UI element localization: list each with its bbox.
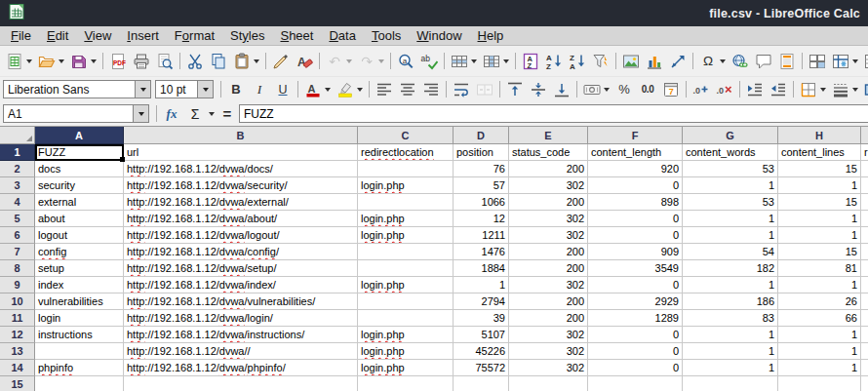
cell-A15[interactable] — [35, 376, 124, 391]
print-area-button[interactable] — [861, 50, 868, 73]
cell-I14[interactable] — [861, 360, 868, 376]
cell-D3[interactable]: 57 — [454, 177, 509, 194]
copy-button[interactable] — [207, 50, 230, 73]
cell-I5[interactable] — [861, 211, 868, 227]
cell-G2[interactable]: 53 — [683, 161, 778, 177]
cell-E14[interactable]: 302 — [509, 360, 588, 376]
cell-G8[interactable]: 182 — [683, 260, 778, 277]
cell-H7[interactable]: 15 — [778, 244, 861, 260]
cell-F14[interactable]: 0 — [588, 360, 683, 376]
row-header-9[interactable]: 9 — [0, 277, 35, 293]
column-header-E[interactable]: E — [509, 127, 588, 144]
menu-sheet[interactable]: Sheet — [272, 27, 321, 44]
split-window-button[interactable] — [806, 50, 829, 73]
cell-A7[interactable]: config — [35, 244, 124, 260]
cell-H2[interactable]: 15 — [778, 161, 861, 177]
cell-B11[interactable]: http://192.168.1.12/dvwa/login/ — [124, 310, 358, 327]
font-color-dropdown-arrow[interactable] — [323, 80, 332, 99]
save-dropdown-arrow[interactable] — [89, 52, 98, 71]
row-header-2[interactable]: 2 — [0, 161, 35, 177]
cell-G6[interactable]: 1 — [683, 227, 778, 244]
cell-D1[interactable]: position — [454, 144, 509, 161]
row-header-15[interactable]: 15 — [0, 376, 35, 391]
freeze-panes-button[interactable] — [829, 50, 861, 73]
cell-B14[interactable]: http://192.168.1.12/dvwa/phpinfo/ — [124, 360, 358, 376]
align-center-button[interactable] — [396, 78, 419, 101]
menu-styles[interactable]: Styles — [222, 27, 272, 44]
cell-C3[interactable]: login.php — [358, 177, 454, 194]
row-header-3[interactable]: 3 — [0, 177, 35, 194]
save-button[interactable] — [67, 50, 99, 73]
cell-A8[interactable]: setup — [35, 260, 124, 277]
spelling-button[interactable]: ab — [417, 50, 441, 73]
sort-ascending-button[interactable]: AZ — [542, 50, 566, 73]
cell-I10[interactable] — [861, 293, 868, 310]
cell-G14[interactable]: 1 — [683, 360, 778, 376]
cell-A4[interactable]: external — [35, 194, 124, 211]
cell-A14[interactable]: phpinfo — [35, 360, 124, 376]
cell-H15[interactable] — [778, 376, 861, 391]
column-header-G[interactable]: G — [683, 127, 778, 144]
export-pdf-button[interactable]: PDF — [106, 50, 130, 73]
name-box[interactable]: A1 — [3, 104, 149, 123]
cell-G12[interactable]: 1 — [683, 327, 778, 343]
cell-E11[interactable]: 200 — [509, 310, 588, 327]
cell-G5[interactable]: 1 — [683, 211, 778, 227]
cell-D2[interactable]: 76 — [454, 161, 509, 177]
open-dropdown-arrow[interactable] — [57, 52, 65, 71]
column-header-partial[interactable] — [861, 127, 868, 144]
cell-F11[interactable]: 1289 — [588, 310, 683, 327]
cell-H10[interactable]: 26 — [778, 293, 861, 310]
cell-D12[interactable]: 5107 — [454, 327, 509, 343]
equals-button[interactable]: = — [216, 103, 239, 125]
menu-format[interactable]: Format — [167, 27, 222, 44]
clone-formatting-button[interactable] — [269, 50, 293, 73]
new-document-dropdown-arrow[interactable] — [24, 52, 33, 71]
cell-C8[interactable] — [358, 260, 454, 277]
new-document-button[interactable] — [3, 50, 35, 73]
formula-input[interactable]: FUZZ — [239, 104, 868, 123]
cell-H4[interactable]: 15 — [778, 194, 861, 211]
cell-E8[interactable]: 200 — [509, 260, 588, 277]
cell-D10[interactable]: 2794 — [454, 293, 509, 310]
redo-dropdown-arrow[interactable] — [376, 52, 385, 71]
column-header-A[interactable]: A — [35, 127, 124, 144]
column-dropdown-arrow[interactable] — [501, 52, 510, 71]
currency-button[interactable] — [580, 78, 612, 101]
cell-G1[interactable]: content_words — [683, 144, 778, 161]
cell-E12[interactable]: 302 — [509, 327, 588, 343]
cell-B4[interactable]: http://192.168.1.12/dvwa/external/ — [124, 194, 358, 211]
currency-dropdown-arrow[interactable] — [602, 80, 611, 99]
cell-D13[interactable]: 45226 — [454, 343, 509, 360]
cell-C4[interactable] — [358, 194, 454, 211]
menu-edit[interactable]: Edit — [39, 27, 76, 44]
cell-C7[interactable] — [358, 244, 454, 260]
center-vertically-button[interactable] — [527, 78, 550, 101]
paste-button[interactable] — [230, 50, 262, 73]
add-decimal-button[interactable]: .0 — [690, 78, 713, 101]
cell-G4[interactable]: 53 — [683, 194, 778, 211]
border-style-dropdown-arrow[interactable] — [850, 80, 859, 99]
cell-B10[interactable]: http://192.168.1.12/dvwa/vulnerabilities… — [124, 293, 358, 310]
borders-button[interactable] — [797, 78, 829, 101]
percent-button[interactable]: % — [612, 78, 636, 101]
align-left-button[interactable] — [373, 78, 396, 101]
cell-H11[interactable]: 66 — [778, 310, 861, 327]
sum-dropdown-arrow[interactable] — [207, 104, 216, 124]
menu-view[interactable]: View — [76, 27, 119, 44]
cell-G11[interactable]: 83 — [683, 310, 778, 327]
insert-image-button[interactable] — [619, 50, 643, 73]
italic-button[interactable]: I — [248, 78, 271, 101]
cell-E3[interactable]: 302 — [509, 177, 588, 194]
wrap-text-button[interactable] — [450, 78, 473, 101]
cell-F7[interactable]: 909 — [588, 244, 683, 260]
highlight-color-button[interactable] — [334, 78, 366, 101]
cell-I12[interactable] — [861, 327, 868, 343]
cell-A12[interactable]: instructions — [35, 327, 124, 343]
cell-I6[interactable] — [861, 227, 868, 244]
cell-G3[interactable]: 1 — [683, 177, 778, 194]
align-top-button[interactable] — [503, 78, 527, 101]
font-name-combobox[interactable]: Liberation Sans — [3, 80, 151, 98]
cell-F5[interactable]: 0 — [588, 211, 683, 227]
cell-E7[interactable]: 200 — [509, 244, 588, 260]
